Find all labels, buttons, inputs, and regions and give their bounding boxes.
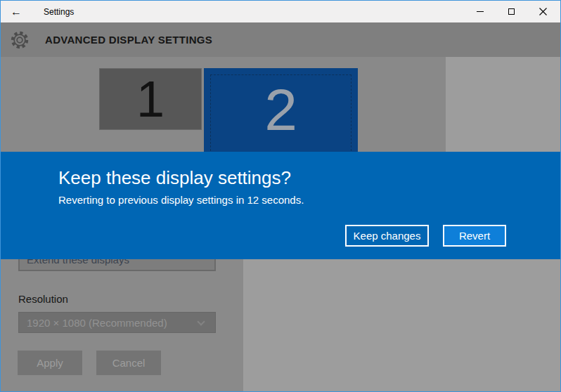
keep-changes-button[interactable]: Keep changes bbox=[345, 225, 429, 247]
settings-window: ← Settings ADVANCED DISPLAY bbox=[0, 0, 561, 392]
close-button[interactable] bbox=[527, 1, 559, 22]
chevron-down-icon bbox=[197, 318, 205, 325]
back-button[interactable]: ← bbox=[1, 1, 32, 22]
apply-button[interactable]: Apply bbox=[18, 351, 82, 375]
window-controls bbox=[464, 1, 559, 22]
gear-icon bbox=[9, 30, 30, 51]
maximize-icon bbox=[508, 8, 515, 15]
monitor-1[interactable]: 1 bbox=[99, 68, 202, 130]
page-header: ADVANCED DISPLAY SETTINGS bbox=[1, 22, 560, 57]
cancel-button[interactable]: Cancel bbox=[96, 351, 161, 375]
maximize-button[interactable] bbox=[496, 1, 527, 22]
back-arrow-icon: ← bbox=[11, 6, 22, 18]
monitor-2-label: 2 bbox=[264, 76, 297, 144]
minimize-button[interactable] bbox=[464, 1, 496, 22]
resolution-label: Resolution bbox=[18, 293, 68, 305]
dialog-title: Keep these display settings? bbox=[58, 167, 291, 189]
titlebar: ← Settings bbox=[1, 1, 560, 22]
close-icon bbox=[539, 8, 547, 15]
revert-button[interactable]: Revert bbox=[443, 225, 506, 247]
minimize-icon bbox=[477, 11, 484, 12]
monitor-1-label: 1 bbox=[136, 70, 165, 128]
window-title: Settings bbox=[44, 7, 74, 17]
resolution-value: 1920 × 1080 (Recommended) bbox=[27, 317, 167, 329]
page-title: ADVANCED DISPLAY SETTINGS bbox=[45, 34, 212, 46]
monitor-2[interactable]: 2 bbox=[204, 68, 358, 152]
keep-settings-dialog: Keep these display settings? Reverting t… bbox=[1, 152, 560, 259]
resolution-dropdown[interactable]: 1920 × 1080 (Recommended) bbox=[18, 312, 216, 333]
dialog-countdown-message: Reverting to previous display settings i… bbox=[58, 194, 304, 206]
